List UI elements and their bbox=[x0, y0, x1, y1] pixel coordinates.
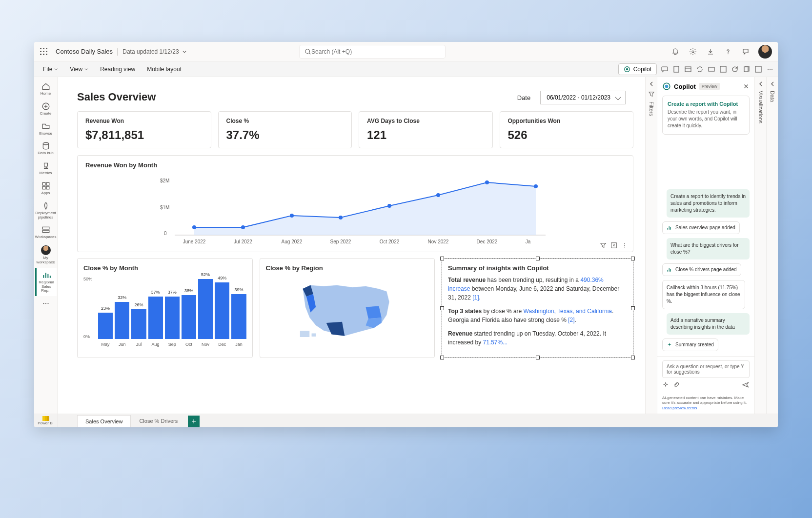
folder-icon bbox=[41, 122, 50, 131]
view-icon[interactable] bbox=[684, 65, 692, 73]
kpi-row: Revenue Won$7,811,851 Close %37.7% AVG D… bbox=[77, 111, 633, 148]
chevron-down-icon[interactable] bbox=[182, 49, 187, 54]
bar-chart-icon bbox=[667, 225, 672, 231]
svg-rect-21 bbox=[42, 231, 49, 233]
copilot-button[interactable]: Copilot bbox=[618, 63, 657, 75]
preview-badge: Preview bbox=[699, 83, 720, 90]
nav-apps[interactable]: Apps bbox=[35, 179, 57, 199]
copilot-insights-visual[interactable]: Summary of insights with Copilot Total r… bbox=[442, 258, 633, 358]
more-icon bbox=[41, 299, 50, 308]
svg-text:Nov 2022: Nov 2022 bbox=[428, 239, 449, 244]
save-icon[interactable] bbox=[754, 65, 762, 73]
system-message: Sales overview page added bbox=[662, 221, 740, 234]
help-icon[interactable] bbox=[723, 47, 733, 57]
nav-workspaces[interactable]: Workspaces bbox=[35, 222, 57, 242]
svg-point-1 bbox=[692, 51, 694, 53]
mobile-layout-button[interactable]: Mobile layout bbox=[142, 64, 186, 75]
svg-point-36 bbox=[534, 184, 538, 188]
svg-point-22 bbox=[43, 303, 44, 304]
filters-rail[interactable]: Filters bbox=[645, 77, 657, 414]
pin-icon[interactable] bbox=[708, 65, 715, 73]
create-report-card[interactable]: Create a report with Copilot Describe th… bbox=[662, 96, 750, 135]
tab-sales-overview[interactable]: Sales Overview bbox=[77, 415, 131, 427]
view-menu[interactable]: View bbox=[65, 64, 93, 75]
nav-my-workspace[interactable]: My workspace bbox=[35, 242, 57, 268]
nav-regional-sales[interactable]: Regional Sales Rep... bbox=[35, 268, 57, 296]
nav-deployment-pipelines[interactable]: Deployment pipelines bbox=[35, 199, 57, 223]
svg-rect-16 bbox=[42, 182, 45, 185]
revenue-by-month-chart[interactable]: Revenue Won by Month $2M $1M 0 June 2022… bbox=[77, 155, 633, 252]
tab-close-drivers[interactable]: Close % Drivers bbox=[131, 415, 186, 427]
kpi-opportunities-won[interactable]: Opportunities Won526 bbox=[500, 111, 634, 148]
user-message: Add a narrative summary describing insig… bbox=[667, 313, 750, 335]
sync-icon[interactable] bbox=[696, 65, 704, 73]
data-rail[interactable]: Data bbox=[766, 77, 778, 414]
nav-metrics[interactable]: Metrics bbox=[35, 159, 57, 179]
file-menu[interactable]: File bbox=[38, 64, 63, 75]
add-page-button[interactable]: + bbox=[188, 416, 200, 427]
copy-icon[interactable] bbox=[743, 65, 751, 73]
close-icon[interactable] bbox=[743, 83, 750, 90]
visualizations-label: Visualizations bbox=[758, 91, 764, 123]
svg-point-48 bbox=[624, 247, 625, 248]
nav-browse[interactable]: Browse bbox=[35, 119, 57, 139]
copilot-title: Copilot bbox=[674, 83, 696, 90]
nav-home[interactable]: Home bbox=[35, 79, 57, 99]
sparkle-icon[interactable] bbox=[662, 381, 669, 388]
export-icon[interactable] bbox=[719, 65, 727, 73]
filter-icon[interactable] bbox=[600, 242, 607, 249]
svg-rect-50 bbox=[311, 333, 316, 336]
kpi-close-pct[interactable]: Close %37.7% bbox=[218, 111, 352, 148]
svg-point-0 bbox=[305, 49, 310, 53]
search-input[interactable] bbox=[311, 48, 440, 55]
powerbi-logo[interactable]: Power BI bbox=[34, 414, 58, 427]
kpi-revenue-won[interactable]: Revenue Won$7,811,851 bbox=[77, 111, 211, 148]
nav-more[interactable] bbox=[35, 296, 57, 312]
reading-view-button[interactable]: Reading view bbox=[95, 64, 140, 75]
svg-point-13 bbox=[771, 69, 772, 70]
database-icon bbox=[41, 141, 50, 150]
chart-title: Close % by Region bbox=[266, 264, 429, 272]
us-map-icon bbox=[266, 276, 429, 344]
comment-icon[interactable] bbox=[661, 65, 669, 73]
notifications-icon[interactable] bbox=[670, 47, 680, 57]
file-title: Contoso Daily Sales bbox=[56, 48, 113, 55]
user-message: What are the biggest drivers for close %… bbox=[667, 238, 750, 259]
waffle-icon[interactable] bbox=[40, 48, 48, 56]
bookmark-icon[interactable] bbox=[672, 65, 680, 73]
focus-icon[interactable] bbox=[610, 242, 617, 249]
close-pct-by-month-chart[interactable]: Close % by Month 0%50%23%May32%Jun26%Jul… bbox=[77, 258, 253, 358]
svg-text:June 2022: June 2022 bbox=[183, 239, 206, 244]
refresh-icon[interactable] bbox=[731, 65, 739, 73]
attachment-icon[interactable] bbox=[673, 381, 680, 388]
svg-text:Ja: Ja bbox=[526, 239, 531, 244]
send-icon[interactable] bbox=[742, 381, 750, 389]
svg-rect-20 bbox=[42, 227, 49, 230]
chart-title: Revenue Won by Month bbox=[85, 161, 625, 169]
svg-text:Oct 2022: Oct 2022 bbox=[380, 239, 400, 244]
filter-icon bbox=[648, 91, 655, 98]
copilot-label: Copilot bbox=[633, 66, 651, 73]
download-icon[interactable] bbox=[706, 47, 715, 57]
feedback-icon[interactable] bbox=[741, 47, 751, 57]
svg-point-31 bbox=[290, 214, 294, 218]
nav-create[interactable]: Create bbox=[35, 99, 57, 119]
visualizations-rail[interactable]: Visualizations bbox=[754, 77, 766, 414]
date-range-select[interactable]: 06/01/2022 - 01/12/2023 bbox=[540, 91, 626, 104]
settings-icon[interactable] bbox=[688, 47, 698, 57]
user-avatar[interactable] bbox=[758, 45, 772, 59]
workspaces-icon bbox=[41, 225, 50, 234]
nav-data-hub[interactable]: Data hub bbox=[35, 139, 57, 159]
copilot-input[interactable]: Ask a question or request, or type '/' f… bbox=[662, 360, 750, 378]
data-label: Data bbox=[770, 91, 775, 102]
kpi-avg-days[interactable]: AVG Days to Close121 bbox=[359, 111, 493, 148]
search-box[interactable] bbox=[299, 45, 446, 59]
avatar-icon bbox=[41, 245, 51, 255]
user-message: Create a report to identify trends in sa… bbox=[667, 189, 750, 218]
preview-terms-link[interactable]: Read preview terms bbox=[662, 406, 697, 410]
more-icon[interactable] bbox=[766, 65, 774, 73]
svg-rect-4 bbox=[662, 67, 668, 71]
separator: | bbox=[117, 47, 119, 56]
close-pct-by-region-chart[interactable]: Close % by Region bbox=[260, 258, 435, 358]
more-options-icon[interactable] bbox=[621, 242, 628, 249]
